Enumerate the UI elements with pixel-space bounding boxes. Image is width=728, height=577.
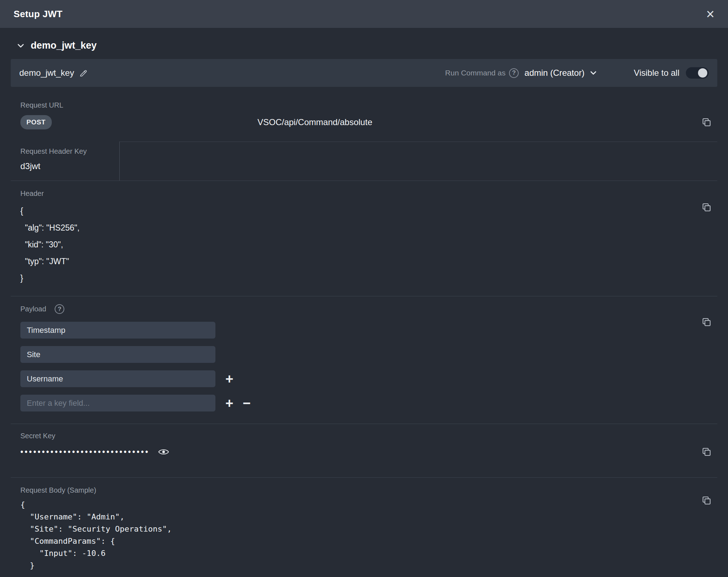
jwt-key-section-title: demo_jwt_key <box>31 40 97 51</box>
help-icon[interactable]: ? <box>55 304 64 314</box>
secret-key-section: Secret Key •••••••••••••••••••••••••••••… <box>11 424 717 477</box>
code-line: } <box>20 270 717 287</box>
code-line: "CommandParams": { <box>20 535 717 547</box>
header-label: Header <box>20 189 717 198</box>
code-line: "typ": "JWT" <box>20 253 717 270</box>
secret-key-label: Secret Key <box>20 432 717 440</box>
request-body-label: Request Body (Sample) <box>20 486 717 494</box>
payload-field-row <box>20 322 717 339</box>
request-header-key-value: d3jwt <box>20 161 119 171</box>
chevron-down-icon[interactable] <box>16 41 26 51</box>
modal-title: Setup JWT <box>14 9 63 20</box>
payload-label: Payload <box>20 305 46 313</box>
request-url-section: Request URL POST VSOC/api/Command/absolu… <box>11 101 717 129</box>
add-field-button[interactable]: + <box>225 396 233 410</box>
code-line: { <box>20 203 717 220</box>
url-path: VSOC/api/Command/absolute <box>258 117 373 127</box>
payload-field-row: + − <box>20 395 717 411</box>
copy-icon <box>701 316 712 328</box>
jwt-key-section-header: demo_jwt_key <box>11 28 717 59</box>
request-header-key-label: Request Header Key <box>20 147 119 156</box>
request-header-key-section: Request Header Key d3jwt <box>11 142 717 181</box>
redacted-url-segment <box>55 115 258 129</box>
code-line: "Username": "Admin", <box>20 511 717 523</box>
close-icon[interactable]: × <box>706 7 714 21</box>
run-as-value: admin (Creator) <box>524 68 584 78</box>
http-method-badge: POST <box>20 115 52 129</box>
request-body-section: Request Body (Sample) { "Username": "Adm… <box>11 477 717 572</box>
request-body-json: { "Username": "Admin", "Site": "Security… <box>20 499 717 572</box>
code-line: "Site": "Security Operations", <box>20 523 717 535</box>
command-card: demo_jwt_key Run Command as ? admin (Cre… <box>11 59 717 87</box>
payload-header: Payload ? <box>20 304 717 314</box>
code-line: } <box>20 559 717 572</box>
run-as-dropdown[interactable]: admin (Creator) <box>524 68 598 78</box>
modal-titlebar: Setup JWT × <box>0 0 728 28</box>
copy-icon <box>701 495 712 506</box>
request-header-key-cell: Request Header Key d3jwt <box>11 142 120 181</box>
toggle-knob <box>698 68 707 78</box>
copy-header-button[interactable] <box>701 202 712 213</box>
header-section: Header { "alg": "HS256", "kid": "30", "t… <box>11 181 717 296</box>
eye-icon[interactable] <box>158 448 169 456</box>
chevron-down-icon <box>589 68 598 78</box>
edit-pencil-icon[interactable] <box>79 69 88 78</box>
payload-key-input-2[interactable] <box>20 346 215 363</box>
payload-key-input-4[interactable] <box>20 395 215 411</box>
copy-secret-button[interactable] <box>701 446 712 458</box>
add-field-button[interactable]: + <box>225 372 233 386</box>
copy-icon <box>701 117 712 128</box>
remove-field-button[interactable]: − <box>243 396 250 410</box>
copy-icon <box>701 202 712 213</box>
code-line: "kid": "30", <box>20 236 717 253</box>
request-url-label: Request URL <box>20 101 717 109</box>
masked-secret-value: •••••••••••••••••••••••••••••• <box>20 447 150 457</box>
run-command-as-label: Run Command as <box>445 69 505 77</box>
copy-request-body-button[interactable] <box>701 495 712 506</box>
command-card-right: Run Command as ? admin (Creator) Visible… <box>445 67 709 79</box>
visible-to-all-label: Visible to all <box>634 68 679 78</box>
request-header-key-empty-cell <box>120 142 717 181</box>
payload-field-row <box>20 346 717 363</box>
help-icon[interactable]: ? <box>509 68 519 78</box>
code-line: { <box>20 499 717 511</box>
header-json: { "alg": "HS256", "kid": "30", "typ": "J… <box>20 203 717 287</box>
copy-payload-button[interactable] <box>701 316 712 328</box>
code-line: "Input": -10.6 <box>20 547 717 559</box>
request-url-row: POST VSOC/api/Command/absolute <box>20 115 717 129</box>
payload-key-input-1[interactable] <box>20 322 215 339</box>
key-name-label: demo_jwt_key <box>19 68 74 78</box>
secret-key-row: •••••••••••••••••••••••••••••• <box>20 447 717 457</box>
code-line: "alg": "HS256", <box>20 220 717 236</box>
copy-url-button[interactable] <box>701 117 712 128</box>
payload-section: Payload ? + + − <box>11 296 717 424</box>
payload-key-input-3[interactable] <box>20 370 215 387</box>
modal-body: demo_jwt_key demo_jwt_key Run Command as… <box>0 28 728 572</box>
payload-fields: + + − <box>20 322 717 411</box>
visible-to-all-toggle[interactable] <box>686 67 709 79</box>
payload-field-row: + <box>20 370 717 387</box>
copy-icon <box>701 446 712 458</box>
